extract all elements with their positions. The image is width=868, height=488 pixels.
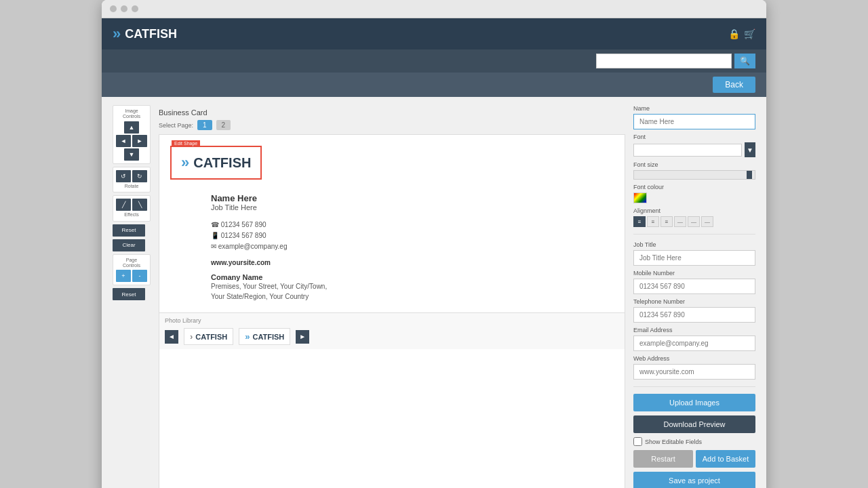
align-btn-2[interactable]: ≡ [647,216,659,227]
download-preview-button[interactable]: Download Preview [633,415,755,433]
card-name: Name Here [211,193,614,203]
job-title-input[interactable] [633,250,755,266]
effects-row: ╱ ╲ [116,199,147,211]
up-arrow-button[interactable]: ▲ [124,121,139,134]
photo-next-button[interactable]: ► [296,330,309,344]
mobile-label: Mobile Number [633,270,755,277]
select-page-label: Select Page: [159,122,193,129]
breadcrumb-area: Business Card Select Page: 1 2 [159,105,625,134]
align-btn-5[interactable]: — [688,216,700,227]
divider-2 [633,386,755,387]
job-title-group: Job Title [633,241,755,266]
card-address-line1: Premises, Your Street, Your City/Town, [211,281,614,291]
photo-item-2[interactable]: » CATFISH [239,328,290,345]
reset-button[interactable]: Reset [113,224,145,237]
effect2-button[interactable]: ╲ [132,199,147,211]
photo-item-1-text: CATFISH [195,333,227,341]
font-colour-label-row: Font colour [633,184,755,190]
telephone-input[interactable] [633,307,755,323]
card-website: www.yoursite.com [211,259,614,266]
name-input[interactable] [633,114,755,129]
align-btn-6[interactable]: — [701,216,713,227]
card-mobile: 📱 01234 567 890 [211,230,614,241]
show-editable-label: Show Editable Fields [645,439,702,445]
card-contact: ☎ 01234 567 890 📱 01234 567 890 ✉ exampl… [211,220,614,252]
logo-text: CATFISH [125,27,177,41]
card-logo-area[interactable]: Edit Shape » CATFISH [170,146,262,180]
browser-dot-3 [132,5,138,12]
breadcrumb: Business Card [159,108,208,117]
photo-item-2-text: CATFISH [252,333,284,341]
font-label: Font [633,134,646,140]
phone-number: 01234 567 890 [221,221,267,228]
font-label-row: Font [633,134,755,140]
reset2-button[interactable]: Reset [113,288,145,300]
right-arrow-button[interactable]: ► [132,135,147,147]
align-btn-1[interactable]: ≡ [633,216,646,227]
search-button[interactable]: 🔍 [734,54,755,68]
add-to-basket-button[interactable]: Add to Basket [696,450,755,468]
canvas-area: Edit Shape » CATFISH Name Here Job Title… [159,134,625,488]
page-controls-label: PageControls [123,258,140,269]
telephone-label: Telephone Number [633,298,755,305]
mobile-input[interactable] [633,279,755,294]
rotate-right-button[interactable]: ↻ [132,170,147,182]
restart-basket-row: Restart Add to Basket [633,450,755,468]
main-content: ImageControls ▲ ◄ ► ▼ ↺ ↻ Rotate ╱ [102,97,766,488]
web-input[interactable] [633,364,755,380]
app-logo: » CATFISH [113,25,177,43]
font-colour-group: Font colour [633,184,755,203]
browser-dot-2 [121,5,127,12]
web-group: Web Address [633,355,755,380]
save-project-button[interactable]: Save as project [633,472,755,488]
email-icon: ✉ [211,243,216,250]
left-panel: ImageControls ▲ ◄ ► ▼ ↺ ↻ Rotate ╱ [113,105,151,488]
center-area: Business Card Select Page: 1 2 Edit Shap… [159,105,625,488]
rotate-label: Rotate [125,184,139,189]
mobile-icon: 📱 [211,232,219,239]
page-1-button[interactable]: 1 [197,120,212,130]
card-info: Name Here Job Title Here ☎ 01234 567 890… [211,193,614,302]
show-editable-row: Show Editable Fields [633,437,755,446]
rotate-left-button[interactable]: ↺ [116,170,131,182]
email-input[interactable] [633,336,755,351]
align-btn-3[interactable]: ≡ [660,216,673,227]
image-controls-group: ImageControls ▲ ◄ ► ▼ [113,105,151,164]
web-label: Web Address [633,355,755,362]
photo-prev-button[interactable]: ◄ [165,330,178,344]
font-dropdown-button[interactable]: ▼ [745,142,755,157]
lock-icon: 🔒 [728,28,740,39]
font-size-row [633,170,755,180]
card-company: Comany Name [211,273,614,281]
rotate-group: ↺ ↻ Rotate [113,167,151,192]
effect1-button[interactable]: ╱ [116,199,131,211]
page-minus-button[interactable]: - [132,270,147,282]
card-address: Premises, Your Street, Your City/Town, Y… [211,281,614,302]
upload-images-button[interactable]: Upload Images [633,394,755,411]
page-2-button[interactable]: 2 [216,120,231,130]
show-editable-checkbox[interactable] [633,437,642,446]
restart-button[interactable]: Restart [633,450,693,468]
font-size-label-row: Font size [633,161,755,168]
back-button[interactable]: Back [713,77,755,93]
app-header: » CATFISH 🔒 🛒 [102,18,766,49]
color-swatch[interactable] [633,192,647,203]
font-size-slider[interactable] [633,170,755,180]
photo-item-1[interactable]: › CATFISH [184,328,233,345]
font-colour-label: Font colour [633,184,664,190]
search-input[interactable] [596,54,732,68]
photo-item-1-icon: › [190,331,193,342]
image-controls-label: ImageControls [123,108,140,120]
alignment-label-row: Alignment [633,207,755,214]
left-arrow-button[interactable]: ◄ [116,135,131,147]
page-plus-button[interactable]: + [116,270,131,282]
search-bar-row: 🔍 [102,49,766,73]
job-title-label: Job Title [633,241,755,248]
clear-button[interactable]: Clear [113,239,145,251]
font-input[interactable]: Arial Bold [633,144,742,157]
name-group: Name [633,105,755,129]
font-size-group: Font size [633,161,755,180]
align-btn-4[interactable]: — [674,216,686,227]
photo-library-title: Photo Library [165,317,619,324]
down-arrow-button[interactable]: ▼ [124,148,139,161]
